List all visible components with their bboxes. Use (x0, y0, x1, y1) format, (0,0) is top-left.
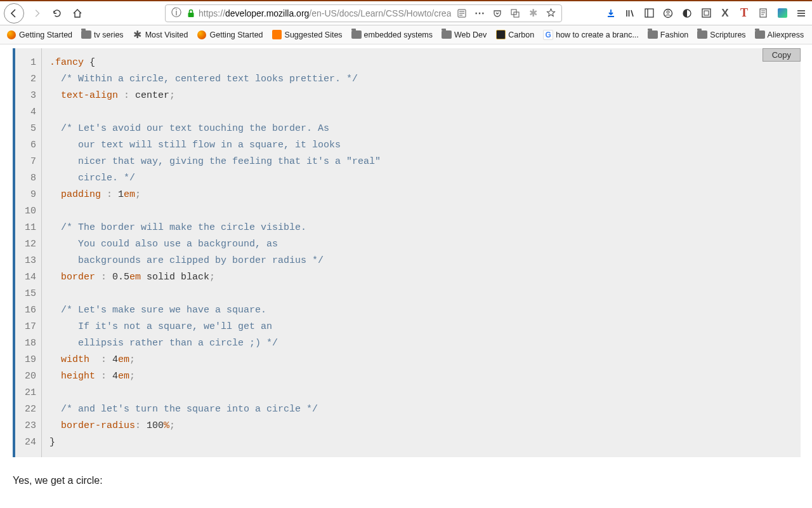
bookmark-star-icon[interactable] (544, 6, 558, 20)
bookmark-item[interactable]: embedded systems (349, 29, 435, 41)
line-number: 3 (19, 88, 36, 104)
page-actions-icon[interactable]: ⋯ (473, 6, 487, 20)
bookmarks-bar: Getting Startedtv series✱Most VisitedGet… (0, 25, 812, 44)
toolbar-right-icons: X T (604, 6, 808, 20)
bookmark-label: how to create a branc... (556, 30, 639, 39)
line-number: 12 (19, 236, 36, 253)
arrow-left-icon (9, 8, 19, 18)
forward-button[interactable] (28, 4, 46, 22)
folder-icon (81, 30, 91, 40)
code-block: Copy 12345678910111213141516171819202122… (13, 48, 801, 457)
container-icon[interactable] (699, 6, 713, 20)
code-line: If it's not a square, we'll get an (49, 319, 381, 335)
svg-rect-16 (704, 11, 709, 15)
folder-icon (351, 30, 362, 40)
notes-icon[interactable] (756, 6, 770, 20)
line-number: 5 (19, 121, 36, 137)
line-number: 19 (19, 352, 36, 368)
line-number: 13 (19, 253, 36, 269)
noscript-icon[interactable]: X (718, 6, 732, 20)
code-line: You could also use a background, as (49, 236, 381, 253)
bookmark-label: Scriptures (710, 30, 745, 39)
page-content[interactable]: Copy 12345678910111213141516171819202122… (0, 44, 812, 508)
dark-mode-icon[interactable] (680, 6, 694, 20)
code-line: nicer that way, giving the feeling that … (49, 154, 381, 170)
line-number: 7 (19, 154, 36, 170)
bookmark-label: embedded systems (364, 30, 433, 39)
bookmark-item[interactable]: Web Dev (439, 29, 489, 41)
code-line (49, 286, 381, 302)
media-icon[interactable] (775, 6, 789, 20)
bookmark-item[interactable]: Aliexpress (752, 29, 807, 41)
bookmark-label: Getting Started (19, 30, 72, 39)
code-line: height : 4em; (49, 368, 381, 385)
code-line: /* and let's turn the square into a circ… (49, 401, 381, 418)
svg-rect-0 (188, 13, 194, 17)
menu-icon[interactable] (794, 6, 808, 20)
code-content[interactable]: .fancy { /* Within a circle, centered te… (42, 48, 388, 457)
arrow-right-icon (32, 9, 41, 18)
nav-toolbar: ⓘ https://developer.mozilla.org/en-US/do… (0, 1, 812, 25)
account-icon[interactable] (661, 6, 675, 20)
bookmark-item[interactable]: Scriptures (695, 29, 748, 41)
code-line: backgrounds are clipped by border radius… (49, 253, 381, 269)
paragraph-below-code: Yes, we get a circle: (13, 475, 801, 486)
line-number: 20 (19, 368, 36, 385)
code-line: our text will still flow in a square, it… (49, 137, 381, 154)
sidebar-icon[interactable] (642, 6, 656, 20)
reader-mode-icon[interactable] (455, 6, 469, 20)
extension-icon[interactable]: ✱ (526, 6, 540, 20)
bookmark-item[interactable]: Carbon (493, 29, 537, 41)
home-icon (72, 8, 82, 18)
folder-icon (697, 30, 707, 40)
library-icon[interactable] (623, 6, 637, 20)
line-number: 6 (19, 137, 36, 154)
downloads-icon[interactable] (604, 6, 618, 20)
bookmark-item[interactable]: tv series (79, 29, 126, 41)
back-button[interactable] (4, 3, 24, 23)
code-line: width : 4em; (49, 352, 381, 368)
url-bar[interactable]: ⓘ https://developer.mozilla.org/en-US/do… (165, 4, 562, 22)
bookmark-item[interactable]: Ghow to create a branc... (540, 29, 641, 41)
line-number: 21 (19, 385, 36, 401)
line-number: 9 (19, 187, 36, 203)
line-number: 10 (19, 203, 36, 220)
bookmark-item[interactable]: Fashion (645, 29, 691, 41)
bookmark-item[interactable]: Suggested Sites (270, 29, 345, 41)
screenshot-icon[interactable] (508, 6, 522, 20)
home-button[interactable] (69, 4, 86, 22)
line-number-gutter: 123456789101112131415161718192021222324 (15, 48, 42, 457)
suggested-icon (272, 30, 282, 40)
carbon-icon (495, 30, 506, 40)
text-tool-icon[interactable]: T (737, 6, 751, 20)
svg-rect-15 (702, 9, 710, 17)
svg-rect-10 (645, 9, 653, 17)
bookmark-label: Getting Started (209, 30, 263, 39)
line-number: 15 (19, 286, 36, 302)
copy-button[interactable]: Copy (763, 48, 801, 62)
line-number: 2 (19, 71, 36, 88)
bookmark-item[interactable]: Getting Started (4, 29, 75, 41)
code-line: border-radius: 100%; (49, 418, 381, 434)
bookmark-label: Web Dev (454, 30, 487, 39)
firefox-icon (197, 30, 207, 40)
line-number: 8 (19, 170, 36, 187)
line-number: 14 (19, 269, 36, 286)
line-number: 24 (19, 434, 36, 451)
code-line (49, 385, 381, 401)
line-number: 17 (19, 319, 36, 335)
folder-icon (648, 30, 658, 40)
bookmark-item[interactable]: ✱Most Visited (130, 29, 191, 41)
site-info-icon[interactable]: ⓘ (169, 6, 183, 20)
line-number: 18 (19, 335, 36, 352)
gear-icon: ✱ (133, 30, 143, 40)
url-text: https://developer.mozilla.org/en-US/docs… (199, 8, 451, 18)
svg-point-13 (667, 11, 669, 13)
pocket-icon[interactable] (490, 6, 504, 20)
line-number: 4 (19, 104, 36, 121)
code-line: /* The border will make the circle visib… (49, 220, 381, 236)
code-line (49, 104, 381, 121)
reload-button[interactable] (48, 4, 66, 22)
lock-icon (187, 9, 195, 18)
bookmark-item[interactable]: Getting Started (194, 29, 265, 41)
